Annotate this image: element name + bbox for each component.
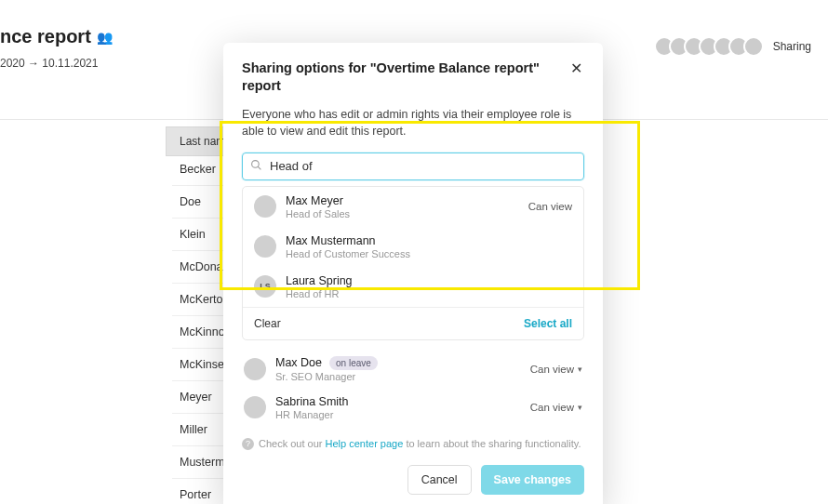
permission-dropdown[interactable]: Can view ▾ bbox=[530, 402, 582, 413]
permission-label: Can view bbox=[530, 364, 574, 375]
person-role: Head of Customer Success bbox=[286, 248, 572, 259]
svg-point-0 bbox=[252, 161, 260, 168]
shared-item: Sabrina Smith HR Manager Can view ▾ bbox=[242, 389, 584, 427]
shared-list: Max Doe on leave Sr. SEO Manager Can vie… bbox=[242, 350, 584, 427]
modal-title: Sharing options for "Overtime Balance re… bbox=[242, 60, 568, 95]
select-all-button[interactable]: Select all bbox=[524, 317, 572, 330]
cancel-button[interactable]: Cancel bbox=[407, 465, 472, 495]
person-name: Sabrina Smith bbox=[275, 395, 349, 408]
help-icon: ? bbox=[242, 438, 254, 450]
clear-button[interactable]: Clear bbox=[254, 317, 281, 330]
person-role: Head of Sales bbox=[286, 208, 519, 219]
search-input-wrapper[interactable] bbox=[242, 153, 584, 180]
sharing-button[interactable]: Sharing bbox=[773, 40, 811, 53]
date-range: 2020 → 10.11.2021 bbox=[0, 53, 113, 83]
chevron-down-icon: ▾ bbox=[578, 403, 582, 412]
avatar bbox=[244, 358, 266, 380]
page-title: nce report bbox=[0, 26, 91, 47]
search-results-dropdown: Max Meyer Head of Sales Can view Max Mus… bbox=[242, 186, 584, 340]
modal-description: Everyone who has edit or admin rights vi… bbox=[242, 106, 584, 139]
dropdown-item[interactable]: LS Laura Spring Head of HR bbox=[243, 267, 583, 307]
svg-line-1 bbox=[258, 166, 260, 169]
person-name: Max Mustermann bbox=[286, 234, 572, 247]
status-badge: on leave bbox=[329, 356, 378, 370]
avatar bbox=[254, 235, 276, 258]
people-icon: 👥 bbox=[97, 30, 113, 45]
person-name: Laura Spring bbox=[286, 274, 572, 287]
person-role: HR Manager bbox=[275, 409, 521, 420]
help-center-link[interactable]: Help center page bbox=[326, 438, 404, 449]
shared-with-avatars bbox=[660, 36, 764, 57]
help-text: ? Check out our Help center page to lear… bbox=[242, 438, 584, 450]
sharing-modal: Sharing options for "Overtime Balance re… bbox=[223, 43, 603, 504]
chevron-down-icon: ▾ bbox=[578, 365, 582, 374]
shared-item: Max Doe on leave Sr. SEO Manager Can vie… bbox=[242, 350, 584, 389]
permission-label: Can view bbox=[530, 402, 574, 413]
search-icon bbox=[250, 159, 262, 174]
avatar bbox=[743, 36, 764, 57]
avatar bbox=[244, 396, 266, 418]
avatar: LS bbox=[254, 275, 276, 298]
person-role: Head of HR bbox=[286, 288, 572, 299]
close-icon[interactable]: ✕ bbox=[568, 60, 584, 78]
person-role: Sr. SEO Manager bbox=[275, 371, 521, 382]
avatar bbox=[254, 195, 276, 218]
save-changes-button[interactable]: Save changes bbox=[481, 465, 584, 495]
search-input[interactable] bbox=[270, 159, 576, 173]
person-name: Max Doe bbox=[275, 356, 322, 369]
help-prefix: Check out our bbox=[259, 438, 326, 449]
dropdown-item[interactable]: Max Mustermann Head of Customer Success bbox=[243, 227, 583, 267]
help-suffix: to learn about the sharing functionality… bbox=[403, 438, 581, 449]
permission-label: Can view bbox=[528, 201, 572, 212]
person-name: Max Meyer bbox=[286, 194, 519, 207]
dropdown-item[interactable]: Max Meyer Head of Sales Can view bbox=[243, 187, 583, 227]
permission-dropdown[interactable]: Can view ▾ bbox=[530, 364, 582, 375]
